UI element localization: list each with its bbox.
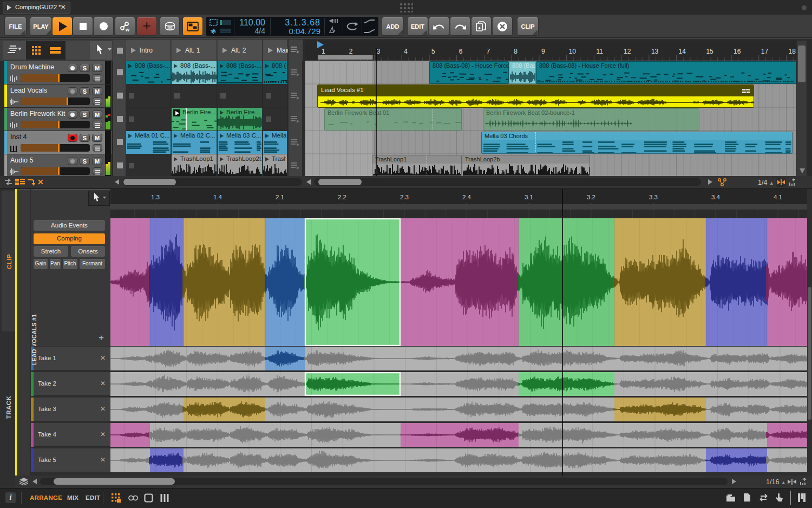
svg-text:16: 16 [734,48,741,55]
svg-text:7: 7 [486,48,490,55]
svg-text:12: 12 [624,48,631,55]
svg-text:11: 11 [596,48,603,55]
svg-text:5: 5 [431,48,435,55]
svg-text:4: 4 [404,48,408,55]
svg-text:8: 8 [514,48,518,55]
svg-text:1: 1 [322,48,325,55]
svg-text:3: 3 [377,48,381,55]
svg-text:2: 2 [349,48,353,55]
svg-text:10: 10 [569,48,577,55]
svg-text:18: 18 [789,48,796,55]
svg-text:17: 17 [761,48,769,55]
svg-text:9: 9 [541,48,545,55]
svg-text:14: 14 [679,48,686,55]
svg-text:15: 15 [706,48,713,55]
svg-text:w: w [125,27,130,32]
svg-text:6: 6 [459,48,463,55]
svg-text:13: 13 [651,48,659,55]
